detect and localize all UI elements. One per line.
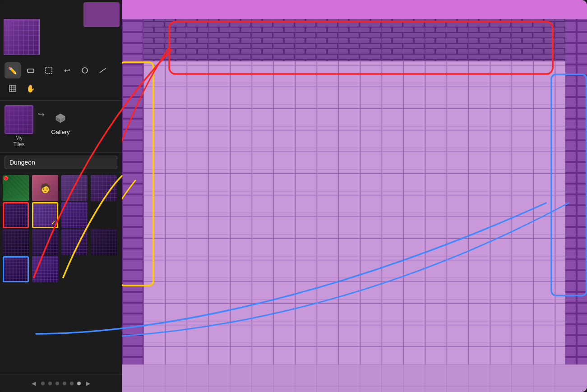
gallery-label: Gallery — [51, 129, 69, 135]
my-tiles-label: My — [14, 135, 25, 141]
sidebar: ✏️ ↩ ✋ — [0, 0, 122, 392]
tile-item[interactable] — [61, 202, 88, 228]
top-preview-tile — [4, 19, 40, 55]
page-dot-6[interactable] — [77, 382, 81, 385]
tile-item[interactable] — [61, 175, 88, 201]
page-dot-5[interactable] — [70, 382, 74, 385]
line-tool[interactable] — [95, 62, 111, 78]
svg-rect-8 — [9, 85, 16, 92]
my-tiles-preview[interactable] — [5, 105, 33, 134]
tile-item[interactable] — [91, 202, 117, 228]
tile-item[interactable] — [32, 229, 58, 255]
svg-rect-1 — [46, 67, 52, 74]
circle-tool[interactable] — [77, 62, 93, 78]
preview-area — [0, 0, 122, 59]
svg-rect-0 — [28, 69, 34, 73]
app-container: ✏️ ↩ ✋ — [0, 0, 587, 392]
gallery-icon[interactable] — [49, 105, 72, 128]
canvas-area[interactable] — [122, 0, 587, 392]
tile-item[interactable] — [3, 229, 29, 255]
tile-item-selected-red[interactable] — [3, 202, 29, 228]
undo-tool[interactable]: ↩ — [59, 62, 75, 78]
svg-point-2 — [82, 68, 88, 73]
tile-map-canvas[interactable] — [122, 0, 587, 392]
toolbar: ✏️ ↩ ✋ — [0, 59, 122, 101]
tile-item[interactable] — [91, 256, 117, 282]
page-dot-1[interactable] — [41, 382, 45, 385]
pencil-tool[interactable]: ✏️ — [5, 62, 21, 78]
tile-grid-panel: 🧑 ✓ — [0, 172, 122, 374]
arrow-icon: ↩ — [38, 110, 45, 120]
svg-line-3 — [100, 68, 106, 73]
bottom-nav: ◀ ▶ — [0, 374, 122, 392]
svg-rect-70 — [122, 0, 587, 19]
tile-item[interactable] — [3, 175, 29, 201]
tile-selector: My Tiles ↩ Gallery — [0, 101, 122, 153]
page-dot-2[interactable] — [48, 382, 52, 385]
tile-item[interactable] — [61, 229, 88, 255]
prev-page-button[interactable]: ◀ — [30, 378, 37, 388]
tile-item[interactable] — [61, 256, 88, 282]
eraser-tool[interactable] — [23, 62, 39, 78]
page-dot-3[interactable] — [55, 382, 59, 385]
tile-grid: 🧑 ✓ — [3, 175, 119, 282]
hand-tool[interactable]: ✋ — [23, 80, 39, 97]
my-tiles-label2: Tiles — [14, 141, 25, 148]
tile-item-selected-yellow[interactable]: ✓ — [32, 202, 58, 228]
next-page-button[interactable]: ▶ — [84, 378, 92, 388]
page-dot-4[interactable] — [63, 382, 66, 385]
tile-item[interactable] — [91, 229, 117, 255]
grid-tool[interactable] — [5, 80, 21, 97]
tile-item[interactable] — [32, 256, 58, 282]
tile-item[interactable] — [91, 175, 117, 201]
tile-item[interactable]: 🧑 — [32, 175, 58, 201]
select-rect-tool[interactable] — [41, 62, 57, 78]
tile-item-selected-blue[interactable] — [3, 256, 29, 282]
dungeon-input-row — [0, 153, 122, 172]
preview-purple-rect — [83, 2, 120, 27]
dungeon-name-input[interactable] — [5, 156, 117, 169]
